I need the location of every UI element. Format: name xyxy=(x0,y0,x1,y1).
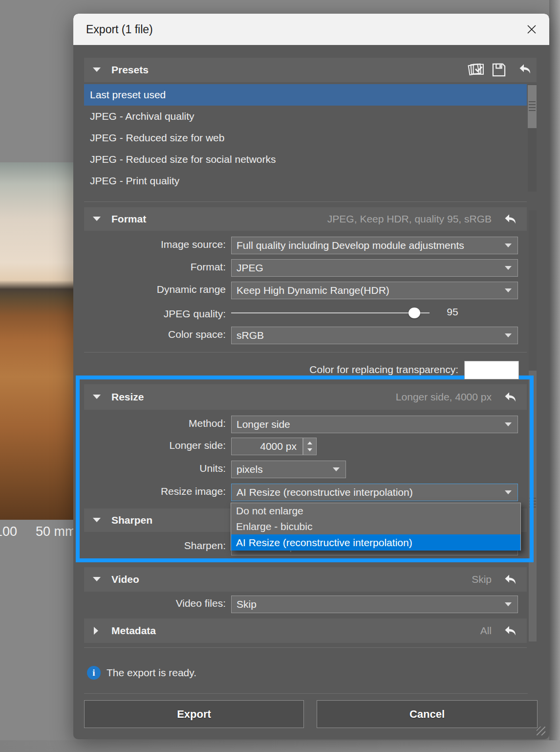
expand-triangle-icon[interactable] xyxy=(94,627,98,635)
video-files-dropdown[interactable]: Skip xyxy=(231,596,518,613)
color-space-dropdown[interactable]: sRGB xyxy=(231,327,518,344)
resize-title: Resize xyxy=(111,384,144,410)
chevron-down-icon xyxy=(505,602,512,606)
preset-item[interactable]: JPEG - Reduced size for web xyxy=(84,127,527,149)
metadata-undo-icon[interactable] xyxy=(502,623,518,639)
export-button[interactable]: Export xyxy=(84,700,304,728)
method-label: Method: xyxy=(84,418,226,429)
resize-grip[interactable] xyxy=(537,727,545,735)
dynamic-range-dropdown[interactable]: Keep High Dynamic Range(HDR) xyxy=(231,282,518,299)
info-icon: i xyxy=(87,666,101,680)
dynamic-range-value: Keep High Dynamic Range(HDR) xyxy=(237,285,389,296)
format-value: JPEG xyxy=(237,262,263,273)
preset-item-label: JPEG - Print quality xyxy=(90,175,179,186)
preset-item-selected[interactable]: Last preset used xyxy=(84,84,527,106)
presets-title: Presets xyxy=(111,58,149,82)
chevron-down-icon xyxy=(505,243,512,247)
dialog-title: Export (1 file) xyxy=(86,14,153,45)
resize-image-dropdown-popup: Do not enlarge Enlarge - bicubic AI Resi… xyxy=(231,503,521,551)
close-icon[interactable] xyxy=(525,22,538,36)
collapse-triangle-icon[interactable] xyxy=(93,67,101,72)
method-dropdown[interactable]: Longer side xyxy=(231,416,518,433)
background-photo xyxy=(0,162,73,520)
status-text: The export is ready. xyxy=(107,666,196,680)
units-dropdown[interactable]: pixels xyxy=(231,461,346,478)
settings-scrollbar[interactable] xyxy=(529,210,537,641)
video-files-label: Video files: xyxy=(84,597,226,609)
dialog-titlebar[interactable]: Export (1 file) xyxy=(73,14,549,45)
dropdown-option-selected[interactable]: AI Resize (reconstructive interpolation) xyxy=(231,534,520,551)
image-source-label: Image source: xyxy=(84,239,226,250)
photo-metadata: 100 50 mm xyxy=(0,524,76,539)
settings-scrollbar-thumb[interactable] xyxy=(529,371,537,641)
jpeg-quality-label: JPEG quality: xyxy=(84,308,226,320)
sharpen-label: Sharpen: xyxy=(84,540,226,552)
photo-iso: 100 xyxy=(0,524,17,539)
longer-side-stepper[interactable] xyxy=(303,438,317,455)
video-section-header[interactable]: Video Skip xyxy=(84,567,527,592)
jpeg-quality-value: 95 xyxy=(440,306,465,318)
collapse-triangle-icon[interactable] xyxy=(93,217,101,221)
collapse-triangle-icon[interactable] xyxy=(93,577,101,581)
format-label: Format: xyxy=(84,261,226,273)
image-source-value: Full quality including Develop module ad… xyxy=(237,240,464,251)
export-dialog: Export (1 file) Presets Last preset used… xyxy=(73,14,549,739)
video-undo-icon[interactable] xyxy=(502,572,518,587)
divider xyxy=(84,693,528,694)
longer-side-label: Longer side: xyxy=(84,440,226,451)
preset-item-label: JPEG - Archival quality xyxy=(90,111,194,122)
chevron-down-icon xyxy=(505,422,512,426)
image-source-dropdown[interactable]: Full quality including Develop module ad… xyxy=(231,237,518,254)
chevron-down-icon xyxy=(505,266,512,270)
format-dropdown[interactable]: JPEG xyxy=(231,259,518,277)
save-preset-icon[interactable] xyxy=(491,62,507,78)
chevron-down-icon xyxy=(505,490,512,494)
format-summary: JPEG, Keep HDR, quality 95, sRGB xyxy=(327,207,492,231)
resize-image-value: AI Resize (reconstructive interpolation) xyxy=(237,487,413,498)
method-value: Longer side xyxy=(237,419,290,430)
presets-scrollbar-thumb[interactable] xyxy=(528,85,537,128)
stepper-down-icon[interactable] xyxy=(307,448,312,451)
format-section-header[interactable]: Format JPEG, Keep HDR, quality 95, sRGB xyxy=(84,207,527,231)
video-title: Video xyxy=(111,567,139,592)
scrollbar-grip xyxy=(529,498,536,509)
jpeg-quality-slider[interactable] xyxy=(231,312,430,313)
divider xyxy=(84,201,527,202)
transparency-color-swatch[interactable] xyxy=(464,361,519,379)
preset-item[interactable]: JPEG - Archival quality xyxy=(84,106,527,127)
chevron-down-icon xyxy=(505,333,512,337)
app-window-edge xyxy=(549,0,560,752)
cancel-button[interactable]: Cancel xyxy=(317,700,538,728)
app-window-bottom xyxy=(0,740,560,752)
dynamic-range-label: Dynamic range xyxy=(84,284,226,295)
photo-focal-length: 50 mm xyxy=(36,524,76,539)
jpeg-quality-slider-knob[interactable] xyxy=(409,308,420,318)
metadata-section-header[interactable]: Metadata All xyxy=(84,619,527,643)
metadata-summary: All xyxy=(480,619,492,643)
apply-preset-icon[interactable] xyxy=(467,62,486,78)
longer-side-value: 4000 px xyxy=(260,441,297,452)
preset-item-label: JPEG - Reduced size for web xyxy=(90,132,224,143)
format-undo-icon[interactable] xyxy=(502,211,518,227)
units-value: pixels xyxy=(237,464,263,475)
longer-side-input[interactable]: 4000 px xyxy=(231,438,303,455)
units-label: Units: xyxy=(84,463,226,474)
resize-section-header[interactable]: Resize Longer side, 4000 px xyxy=(84,384,527,410)
dropdown-option[interactable]: Enlarge - bicubic xyxy=(231,519,520,534)
preset-item-label: Last preset used xyxy=(90,89,166,100)
divider xyxy=(84,647,527,648)
resize-undo-icon[interactable] xyxy=(502,389,518,405)
dropdown-option[interactable]: Do not enlarge xyxy=(231,503,520,519)
stepper-up-icon[interactable] xyxy=(307,442,312,444)
preset-item[interactable]: JPEG - Reduced size for social networks xyxy=(84,149,527,170)
transparency-label: Color for replacing transparency: xyxy=(84,364,458,376)
collapse-triangle-icon[interactable] xyxy=(93,518,101,522)
presets-scrollbar[interactable] xyxy=(528,84,537,192)
resize-image-dropdown[interactable]: AI Resize (reconstructive interpolation) xyxy=(231,484,518,501)
preset-item[interactable]: JPEG - Print quality xyxy=(84,170,527,192)
collapse-triangle-icon[interactable] xyxy=(93,395,101,399)
presets-undo-icon[interactable] xyxy=(517,61,533,77)
divider xyxy=(84,352,527,353)
color-space-value: sRGB xyxy=(237,330,264,341)
metadata-title: Metadata xyxy=(111,619,156,643)
